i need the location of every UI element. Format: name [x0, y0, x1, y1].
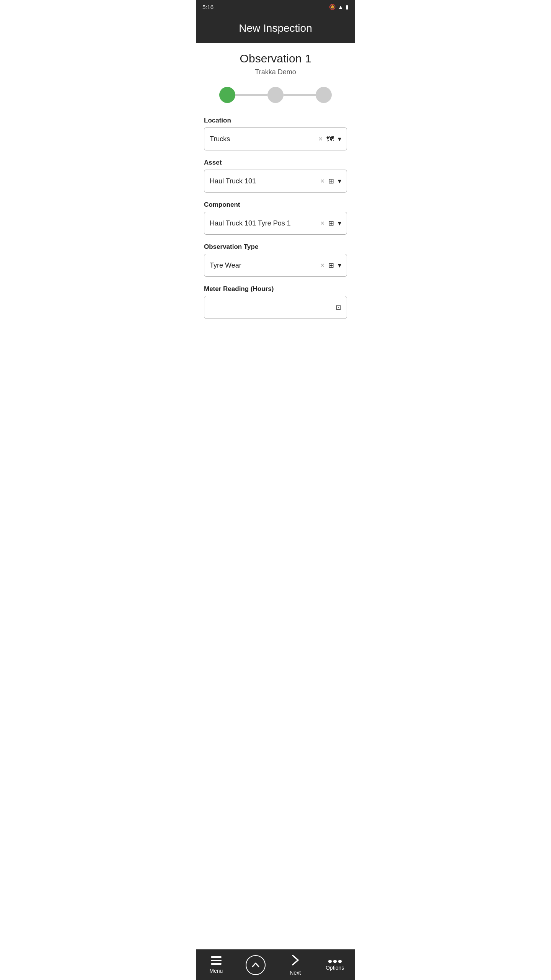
mute-icon: 🔕 — [329, 4, 336, 10]
observation-subtitle: Trakka Demo — [204, 68, 347, 76]
location-select[interactable]: Trucks × 🗺 ▾ — [204, 127, 347, 150]
component-label: Component — [204, 201, 347, 209]
component-actions: × ⊞ ▾ — [320, 219, 341, 227]
location-chevron-icon[interactable]: ▾ — [338, 135, 341, 143]
observation-title: Observation 1 — [204, 52, 347, 65]
asset-select[interactable]: Haul Truck 101 × ⊞ ▾ — [204, 170, 347, 193]
observation-type-label: Observation Type — [204, 243, 347, 251]
component-select[interactable]: Haul Truck 101 Tyre Pos 1 × ⊞ ▾ — [204, 212, 347, 235]
component-section: Component Haul Truck 101 Tyre Pos 1 × ⊞ … — [204, 201, 347, 235]
asset-list-icon[interactable]: ⊞ — [328, 177, 334, 185]
progress-line-2 — [284, 94, 316, 96]
asset-section: Asset Haul Truck 101 × ⊞ ▾ — [204, 159, 347, 193]
component-clear-icon[interactable]: × — [320, 220, 324, 227]
page-title: New Inspection — [202, 22, 349, 34]
location-value: Trucks — [210, 135, 318, 143]
location-clear-icon[interactable]: × — [318, 136, 323, 142]
meter-reading-label: Meter Reading (Hours) — [204, 285, 347, 293]
asset-label: Asset — [204, 159, 347, 167]
location-map-icon[interactable]: 🗺 — [326, 135, 334, 144]
observation-type-list-icon[interactable]: ⊞ — [328, 261, 334, 270]
status-icons: 🔕 ▲ ▮ — [329, 4, 349, 10]
battery-icon: ▮ — [346, 4, 349, 10]
meter-reading-section: Meter Reading (Hours) ⊡ — [204, 285, 347, 319]
component-list-icon[interactable]: ⊞ — [328, 219, 334, 227]
asset-value: Haul Truck 101 — [210, 177, 320, 185]
meter-reading-icon: ⊡ — [336, 303, 341, 312]
component-chevron-icon[interactable]: ▾ — [338, 219, 341, 227]
status-bar: 5:16 🔕 ▲ ▮ — [196, 0, 355, 14]
progress-line-1 — [235, 94, 267, 96]
main-content: Observation 1 Trakka Demo Location Truck… — [196, 43, 355, 373]
asset-actions: × ⊞ ▾ — [320, 177, 341, 185]
asset-chevron-icon[interactable]: ▾ — [338, 177, 341, 185]
observation-type-actions: × ⊞ ▾ — [320, 261, 341, 270]
location-section: Location Trucks × 🗺 ▾ — [204, 117, 347, 150]
status-time: 5:16 — [202, 4, 214, 10]
location-label: Location — [204, 117, 347, 124]
observation-type-clear-icon[interactable]: × — [320, 262, 324, 269]
progress-step-1 — [219, 87, 235, 103]
observation-type-section: Observation Type Tyre Wear × ⊞ ▾ — [204, 243, 347, 277]
progress-steps — [204, 87, 347, 103]
app-header: New Inspection — [196, 14, 355, 43]
location-actions: × 🗺 ▾ — [318, 135, 341, 144]
progress-step-3 — [316, 87, 332, 103]
observation-type-select[interactable]: Tyre Wear × ⊞ ▾ — [204, 254, 347, 277]
progress-step-2 — [267, 87, 284, 103]
asset-clear-icon[interactable]: × — [320, 178, 324, 185]
component-value: Haul Truck 101 Tyre Pos 1 — [210, 219, 320, 227]
meter-reading-field[interactable]: ⊡ — [204, 296, 347, 319]
observation-type-value: Tyre Wear — [210, 261, 320, 270]
observation-type-chevron-icon[interactable]: ▾ — [338, 261, 341, 270]
wifi-icon: ▲ — [338, 4, 343, 10]
